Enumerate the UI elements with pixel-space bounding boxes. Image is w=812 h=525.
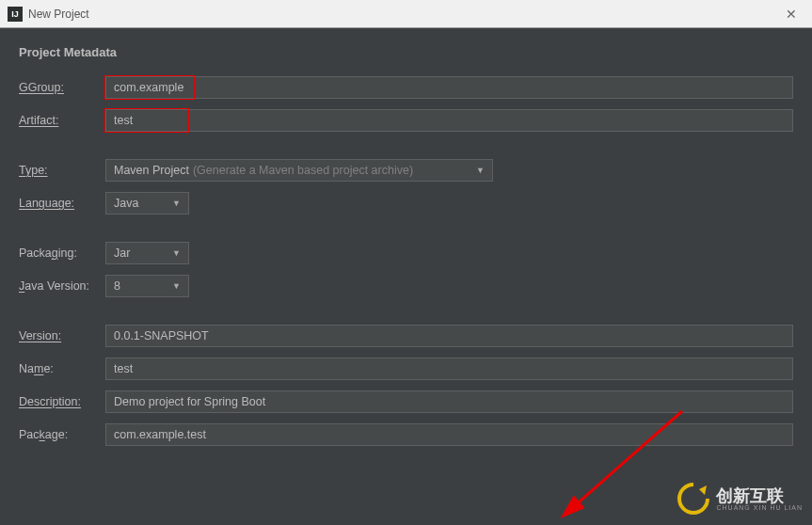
version-input[interactable] xyxy=(105,325,793,347)
label-package: Package: xyxy=(19,428,105,441)
row-java-version: Java Version: 8 ▼ xyxy=(19,275,793,297)
row-language: Language: Java ▼ xyxy=(19,192,793,215)
label-version: Version: xyxy=(19,329,105,342)
app-icon: IJ xyxy=(8,7,23,22)
section-title: Project Metadata xyxy=(19,45,793,59)
group-input[interactable] xyxy=(105,76,793,99)
chevron-down-icon: ▼ xyxy=(476,166,485,175)
label-type: Type: xyxy=(19,164,105,177)
watermark: 创新互联 CHUANG XIN HU LIAN xyxy=(677,482,803,516)
chevron-down-icon: ▼ xyxy=(172,281,181,291)
row-name: Name: xyxy=(19,358,793,380)
description-input[interactable] xyxy=(105,390,793,413)
watermark-text: 创新互联 xyxy=(716,487,803,504)
language-select[interactable]: Java ▼ xyxy=(105,192,189,215)
label-java-version: Java Version: xyxy=(19,279,105,293)
row-package: Package: xyxy=(19,423,793,446)
label-artifact: Artifact: xyxy=(19,114,105,127)
language-value: Java xyxy=(114,197,138,210)
java-version-select[interactable]: 8 ▼ xyxy=(105,275,189,297)
chevron-down-icon: ▼ xyxy=(172,248,181,258)
label-language: Language: xyxy=(19,197,105,210)
dialog-content: Project Metadata GGroup: Artifact: Type:… xyxy=(0,28,812,473)
row-packaging: Packaging: Jar ▼ xyxy=(19,242,793,264)
watermark-icon xyxy=(677,482,710,516)
label-packaging: Packaging: xyxy=(19,247,105,260)
window-title: New Project xyxy=(28,8,778,21)
row-version: Version: xyxy=(19,325,793,347)
title-bar: IJ New Project ✕ xyxy=(0,0,812,28)
name-input[interactable] xyxy=(105,358,793,380)
type-hint: (Generate a Maven based project archive) xyxy=(193,164,413,177)
row-group: GGroup: xyxy=(19,76,793,99)
java-version-value: 8 xyxy=(114,279,120,293)
label-group: GGroup: xyxy=(19,81,105,94)
artifact-input[interactable] xyxy=(105,109,793,132)
watermark-subtext: CHUANG XIN HU LIAN xyxy=(716,504,803,511)
close-icon[interactable]: ✕ xyxy=(778,7,804,22)
row-artifact: Artifact: xyxy=(19,109,793,132)
type-select[interactable]: Maven Project (Generate a Maven based pr… xyxy=(105,159,493,182)
package-input[interactable] xyxy=(105,423,793,446)
row-type: Type: Maven Project (Generate a Maven ba… xyxy=(19,159,793,182)
packaging-value: Jar xyxy=(114,247,130,260)
type-value: Maven Project xyxy=(114,164,189,177)
label-description: Description: xyxy=(19,395,105,408)
row-description: Description: xyxy=(19,390,793,413)
label-name: Name: xyxy=(19,362,105,375)
chevron-down-icon: ▼ xyxy=(172,199,181,208)
packaging-select[interactable]: Jar ▼ xyxy=(105,242,189,264)
